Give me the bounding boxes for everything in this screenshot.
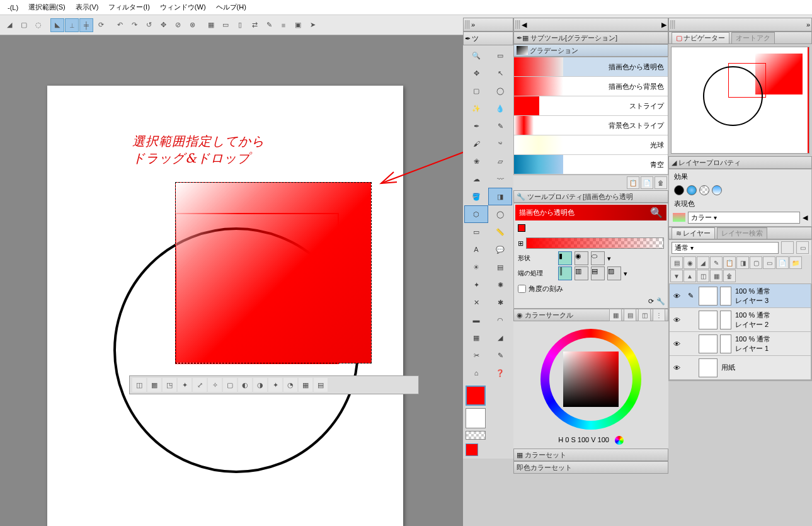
layerprop-header[interactable]: ◢ レイヤープロパティ	[668, 156, 812, 169]
tool-edit-icon[interactable]: ✎	[488, 346, 512, 364]
tool-delete-icon[interactable]: ⊘	[171, 18, 185, 32]
chevron-right-icon[interactable]: ▶	[661, 21, 666, 29]
tool-screen-icon[interactable]: ▣	[291, 18, 305, 32]
gradient-item[interactable]: 背景色ストライプ	[514, 116, 668, 135]
gradient-item[interactable]: 光球	[514, 135, 668, 155]
foreground-color[interactable]	[466, 386, 486, 406]
chevron-left-icon[interactable]: ◀	[522, 21, 527, 29]
tool-pen2-icon[interactable]: ✒	[464, 117, 488, 135]
gradient-copy-icon[interactable]: 📋	[627, 176, 639, 189]
tool-snap3-icon[interactable]: ╪	[79, 18, 93, 32]
float-g-icon[interactable]: ▦	[299, 378, 312, 392]
lyr-folder-icon[interactable]: 📁	[789, 256, 802, 269]
shape-more-icon[interactable]: ▾	[607, 254, 611, 263]
layer-visibility-icon[interactable]: 👁	[670, 340, 683, 348]
tool-text-icon[interactable]: A	[464, 241, 488, 258]
tool-select-icon[interactable]: ▭	[488, 47, 512, 64]
tool-hline-icon[interactable]: ▬	[464, 311, 488, 329]
tool-arrow-icon[interactable]: ↖	[488, 64, 512, 82]
shape-linear-icon[interactable]: ▮	[558, 251, 572, 265]
tool-ellipse-sel-icon[interactable]: ◌	[31, 18, 45, 32]
opacity-icon[interactable]	[781, 241, 794, 254]
toolbox-tab[interactable]: ✒ ツ	[463, 31, 513, 45]
float-c-icon[interactable]: ◐	[238, 378, 252, 392]
tool-snap2-icon[interactable]: ⟂	[65, 18, 79, 32]
lyr-g-icon[interactable]: ▢	[750, 256, 762, 269]
tool-net-icon[interactable]: ▦	[464, 329, 488, 346]
lyr-new-icon[interactable]: 📄	[776, 256, 789, 269]
tool-air-icon[interactable]: ༄	[488, 135, 512, 152]
fx-extract-icon[interactable]	[712, 185, 722, 195]
float-f-icon[interactable]: ◔	[283, 378, 297, 392]
layer-row[interactable]: 👁100 % 通常レイヤー 2	[670, 308, 811, 332]
tool-fill2-icon[interactable]: 🪣	[464, 188, 488, 205]
cc-opt3-icon[interactable]: ◫	[638, 309, 651, 321]
float-h-icon[interactable]: ▤	[314, 378, 328, 392]
tool-pencil-icon[interactable]: ✎	[488, 117, 512, 135]
lyr-e-icon[interactable]: 📋	[723, 256, 736, 269]
tool-flip-icon[interactable]: ⇄	[248, 18, 261, 32]
gradient-delete-icon[interactable]: 🗑	[655, 176, 667, 189]
tool-zoom-icon[interactable]: 🔍	[464, 47, 488, 64]
tool-home-icon[interactable]: ⌂	[464, 364, 488, 382]
color-mode-select[interactable]: カラー ▾	[688, 212, 800, 224]
tool-eyedrop-icon[interactable]: 💧	[488, 100, 512, 117]
gradient-item[interactable]: ストライプ	[514, 96, 668, 116]
layer-row[interactable]: 👁用紙	[670, 356, 811, 380]
lyr-f-icon[interactable]: ◨	[736, 256, 749, 269]
layers-tab[interactable]: ≋レイヤー	[672, 227, 715, 239]
edge-reflect-icon[interactable]: ▤	[591, 266, 605, 280]
tool-snap1-icon[interactable]: ◣	[50, 18, 64, 32]
tool-marquee-icon[interactable]: ▢	[17, 18, 31, 32]
mini-wheel-icon[interactable]	[615, 436, 624, 445]
tool-gradient-icon[interactable]: ◢	[3, 18, 16, 32]
lyr-k-icon[interactable]: ◫	[697, 270, 709, 282]
tool-crop-icon[interactable]: ▯	[233, 18, 247, 32]
tool-cut-icon[interactable]: ✂	[464, 346, 488, 364]
tool-star-icon[interactable]: ✱	[488, 294, 512, 311]
tool-figure-icon[interactable]: ◯	[488, 205, 512, 223]
tool-perspective-icon[interactable]: ◢	[488, 329, 512, 346]
layer-visibility-icon[interactable]: 👁	[670, 292, 683, 300]
tool-gradient2-icon[interactable]: ◨	[488, 188, 512, 205]
edge-repeat-icon[interactable]: ▥	[575, 266, 588, 280]
edge-none-icon[interactable]: ║	[558, 266, 572, 280]
menu-filter[interactable]: フィルター(I)	[103, 3, 154, 12]
gradient-item[interactable]: 描画色から透明色	[514, 57, 668, 77]
tool-clear-icon[interactable]: ⊗	[185, 18, 199, 32]
menu-help[interactable]: ヘルプ(H)	[211, 3, 251, 12]
tool-undo-icon[interactable]: ↶	[113, 18, 127, 32]
tool-line-icon[interactable]: ▤	[488, 258, 512, 276]
cc-opt1-icon[interactable]: ▦	[609, 309, 622, 321]
transparent-color[interactable]	[466, 431, 486, 440]
tool-stack-icon[interactable]: ≡	[277, 18, 290, 32]
layer-row[interactable]: 👁100 % 通常レイヤー 1	[670, 332, 811, 356]
tool-blend-icon[interactable]: ☁	[464, 170, 488, 188]
lyr-h-icon[interactable]: ▭	[763, 256, 775, 269]
menu-view[interactable]: 表示(V)	[71, 3, 104, 12]
tool-frame-icon[interactable]: ▭	[464, 223, 488, 241]
tool-brush-icon[interactable]: 🖌	[464, 135, 488, 152]
tool-lasso-icon[interactable]: ◯	[488, 82, 512, 100]
tool-x-icon[interactable]: ✕	[464, 294, 488, 311]
lyr-i-icon[interactable]: ▼	[670, 270, 683, 282]
float-deselect-icon[interactable]: ◫	[132, 378, 146, 392]
color-wheel[interactable]	[540, 329, 641, 430]
fx-tone-icon[interactable]	[687, 185, 697, 195]
chevrons-icon[interactable]: »	[471, 21, 475, 28]
gradient-item[interactable]: 描画色から背景色	[514, 77, 668, 96]
blend-mode-select[interactable]: 通常 ▾	[672, 242, 779, 254]
lyr-trash-icon[interactable]: 🗑	[723, 270, 736, 282]
tool-hat-icon[interactable]: ◠	[488, 311, 512, 329]
menu-l[interactable]: -(L)	[3, 4, 23, 11]
stop-indicator[interactable]	[518, 224, 525, 232]
tool-pointer-icon[interactable]: ➤	[306, 18, 319, 32]
layer-edit-icon[interactable]: ✎	[683, 292, 697, 300]
toolprop-header[interactable]: 🔧 ツールプロパティ[描画色から透明	[513, 190, 668, 203]
subtool-panel-header[interactable]: ✒▦ サブツール[グラデーション]	[513, 31, 668, 44]
magnify-icon[interactable]: 🔍	[650, 207, 663, 219]
shape-ellipse-icon[interactable]: ⬭	[591, 251, 605, 265]
lyr-c-icon[interactable]: ◢	[697, 256, 709, 269]
fx-screen-icon[interactable]	[699, 185, 709, 195]
tool-q-icon[interactable]: ❓	[488, 364, 512, 382]
